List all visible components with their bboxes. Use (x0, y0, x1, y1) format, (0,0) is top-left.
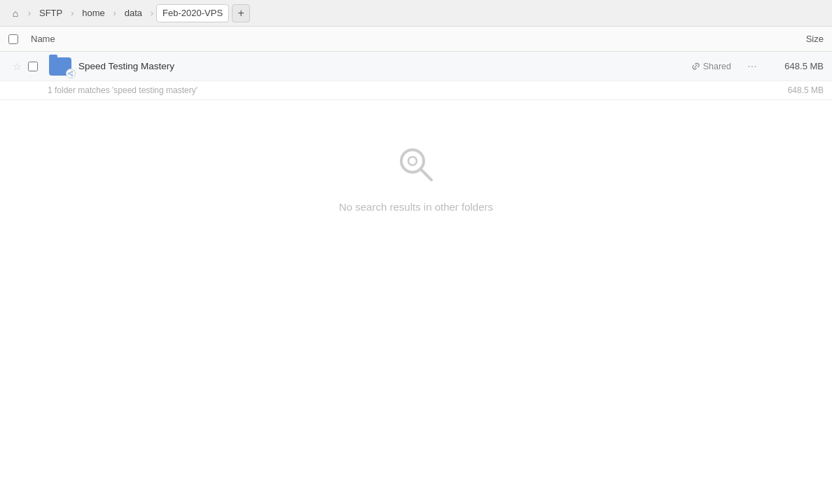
row-checkbox[interactable] (28, 62, 48, 71)
folder-name: Speed Testing Mastery (78, 61, 691, 71)
link-icon (691, 62, 700, 71)
matches-info-row: 1 folder matches 'speed testing mastery'… (0, 81, 832, 100)
separator-1: › (28, 8, 31, 18)
svg-line-1 (420, 169, 431, 180)
size-column-header: Size (754, 34, 824, 44)
more-options-button[interactable]: ··· (742, 57, 762, 76)
no-results-icon (394, 142, 438, 187)
separator-4: › (151, 8, 153, 18)
shared-text: Shared (703, 62, 731, 71)
shared-badge-icon (66, 69, 76, 78)
svg-point-2 (408, 157, 417, 165)
breadcrumb-feb2020vps[interactable]: Feb-2020-VPS (156, 4, 229, 22)
shared-label: Shared (691, 62, 731, 71)
separator-3: › (113, 8, 116, 18)
table-row[interactable]: ☆ Speed Testing Mastery Shared ··· 648. (0, 52, 832, 81)
folder-icon-container (48, 56, 73, 77)
file-list: ☆ Speed Testing Mastery Shared ··· 648. (0, 52, 832, 504)
separator-2: › (71, 8, 74, 18)
matches-size: 648.5 MB (788, 85, 824, 95)
file-size: 648.5 MB (768, 61, 824, 71)
home-button[interactable]: ⌂ (6, 4, 25, 23)
matches-text: 1 folder matches 'speed testing mastery' (48, 85, 197, 95)
star-button[interactable]: ☆ (8, 61, 25, 72)
breadcrumb-data[interactable]: data (119, 4, 148, 22)
select-all-checkbox[interactable] (8, 34, 18, 44)
add-tab-button[interactable]: + (232, 4, 250, 22)
no-results-text: No search results in other folders (339, 201, 493, 213)
row-select-checkbox[interactable] (28, 62, 38, 71)
breadcrumb-sftp[interactable]: SFTP (34, 4, 68, 22)
name-column-header: Name (31, 34, 754, 44)
breadcrumb-home[interactable]: home (76, 4, 111, 22)
breadcrumb-bar: ⌂ › SFTP › home › data › Feb-2020-VPS + (0, 0, 832, 27)
empty-state: No search results in other folders (0, 100, 832, 269)
column-header: Name Size (0, 27, 832, 52)
header-checkbox-col[interactable] (8, 34, 31, 44)
